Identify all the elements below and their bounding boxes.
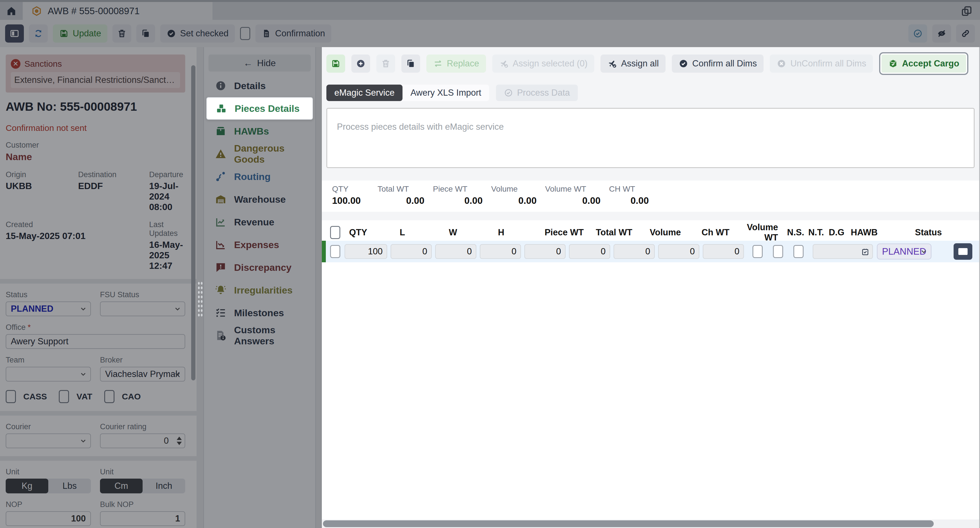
delete-piece-button[interactable] <box>376 54 395 73</box>
plane-check-icon <box>499 59 509 68</box>
col-header-piece-wt: Piece WT <box>542 227 588 238</box>
row-h-field[interactable] <box>480 244 521 259</box>
save-pieces-button[interactable] <box>326 54 345 73</box>
row-qty-field[interactable] <box>345 244 387 259</box>
duplicate-piece-button[interactable] <box>401 54 420 73</box>
unconfirm-all-dims-button[interactable]: UnConfirm all Dims <box>770 54 873 73</box>
dim-overlay-top <box>0 0 980 47</box>
confirm-all-dims-button[interactable]: Confirm all Dims <box>672 54 764 73</box>
col-header-status: Status <box>915 227 969 238</box>
check-circle-icon <box>679 59 688 68</box>
select-all-checkbox[interactable] <box>330 226 340 239</box>
col-header-volume: Volume <box>640 227 685 238</box>
col-header-volume-wt: Volume WT <box>737 222 782 243</box>
col-header-qty: QTY <box>345 227 392 238</box>
volume-sum-value: 0.00 <box>491 195 536 206</box>
col-header-ns: N.S. <box>786 227 806 238</box>
totals-summary: QTY100.00 Total WT0.00 Piece WT0.00 Volu… <box>322 181 979 212</box>
piece-row: PLANNED <box>322 241 979 262</box>
box-check-icon <box>888 59 898 68</box>
row-volume-field[interactable] <box>614 244 655 259</box>
row-status-marker <box>322 241 326 262</box>
qty-total-value: 100.00 <box>332 195 369 206</box>
row-nt-checkbox[interactable] <box>773 245 783 258</box>
pieces-toolbar: Replace Assign selected (0) Assign all C… <box>322 47 979 73</box>
chevron-down-icon <box>920 247 928 256</box>
row-volume-wt-field[interactable] <box>703 244 744 259</box>
total-wt-label: Total WT <box>377 184 425 193</box>
volume-wt-value: 0.00 <box>545 195 600 206</box>
col-header-dg: D.G <box>826 227 847 238</box>
copy-icon <box>406 59 415 68</box>
row-l-field[interactable] <box>391 244 432 259</box>
assign-selected-button[interactable]: Assign selected (0) <box>492 54 595 73</box>
trash-icon <box>381 59 391 68</box>
row-dg-checkbox[interactable] <box>793 245 803 258</box>
emagic-input-area <box>326 108 975 168</box>
nav-item-pieces-details[interactable]: Pieces Details <box>206 97 313 120</box>
col-header-h: H <box>493 227 539 238</box>
piece-wt-label: Piece WT <box>433 184 483 193</box>
row-hawb-field[interactable] <box>813 244 873 259</box>
qty-total-label: QTY <box>332 184 369 193</box>
ch-wt-label: CH WT <box>609 184 649 193</box>
horizontal-scrollbar[interactable] <box>322 520 979 528</box>
emagic-textarea[interactable] <box>327 109 974 167</box>
row-total-wt-field[interactable] <box>569 244 610 259</box>
row-w-field[interactable] <box>435 244 476 259</box>
ch-wt-value: 0.00 <box>609 195 649 206</box>
row-ns-checkbox[interactable] <box>752 245 763 258</box>
assign-all-button[interactable]: Assign all <box>600 54 665 73</box>
plane-check-icon <box>607 59 617 68</box>
replace-button[interactable]: Replace <box>426 54 486 73</box>
row-checkbox[interactable] <box>330 245 340 258</box>
col-header-l: L <box>395 227 441 238</box>
col-header-w: W <box>444 227 490 238</box>
row-piece-wt-field[interactable] <box>524 244 566 259</box>
col-header-total-wt: Total WT <box>591 227 636 238</box>
x-circle-icon <box>776 59 786 68</box>
volume-sum-label: Volume <box>491 184 536 193</box>
process-data-button[interactable]: Process Data <box>496 85 578 101</box>
import-tabs: eMagic Service Awery XLS Import Process … <box>326 85 975 101</box>
panel-resize-handle[interactable] <box>197 281 203 318</box>
row-status-select[interactable]: PLANNED <box>877 244 931 260</box>
tab-emagic-service[interactable]: eMagic Service <box>326 85 402 101</box>
save-icon <box>331 59 340 68</box>
pieces-details-panel: Replace Assign selected (0) Assign all C… <box>322 47 980 528</box>
add-piece-button[interactable] <box>352 54 370 73</box>
total-wt-value: 0.00 <box>377 195 425 206</box>
volume-wt-label: Volume WT <box>545 184 600 193</box>
tab-awery-xls-import[interactable]: Awery XLS Import <box>402 85 489 101</box>
col-header-nt: N.T. <box>806 227 826 238</box>
row-details-panel-button[interactable] <box>954 243 972 260</box>
pieces-cubes-icon <box>215 103 227 114</box>
horizontal-scrollbar-thumb[interactable] <box>323 520 934 527</box>
check-circle-outline-icon <box>504 88 513 97</box>
piece-wt-value: 0.00 <box>433 195 483 206</box>
col-header-hawb: HAWB <box>851 227 911 238</box>
pieces-table-header: QTY L W H Piece WT Total WT Volume Ch WT… <box>322 224 979 241</box>
row-ch-wt-field[interactable] <box>658 244 699 259</box>
col-header-ch-wt: Ch WT <box>688 227 733 238</box>
plus-circle-icon <box>356 59 366 68</box>
pieces-table: QTY L W H Piece WT Total WT Volume Ch WT… <box>322 220 979 528</box>
hawb-lookup-icon[interactable] <box>861 248 870 256</box>
side-panel-icon <box>958 247 968 256</box>
accept-cargo-button[interactable]: Accept Cargo <box>881 54 966 73</box>
swap-arrows-icon <box>433 59 443 68</box>
